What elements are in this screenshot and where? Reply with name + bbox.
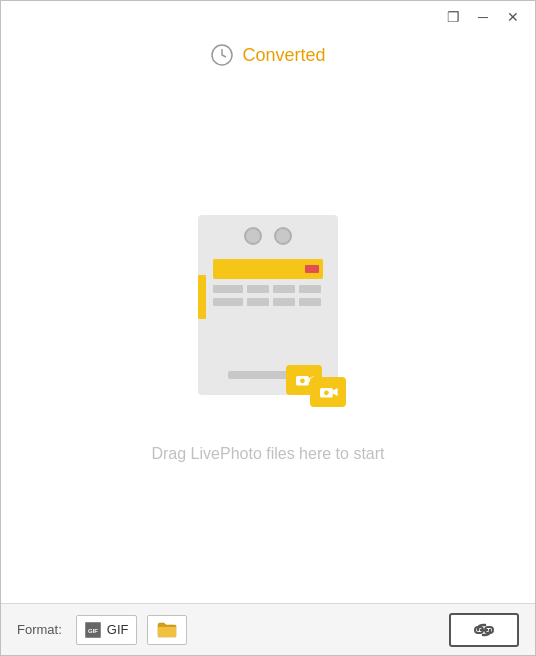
drop-text: Drag LivePhoto files here to start [151,445,384,463]
minimize-button[interactable]: ─ [469,6,497,28]
sub-block-1 [213,285,243,293]
sub-block-2 [247,285,269,293]
doc-sub-row-2 [213,298,323,306]
doc-row-highlighted [213,259,323,279]
sub-block-6 [247,298,269,306]
camera-svg-2 [318,384,338,400]
yellow-bar [198,275,206,319]
title-bar: ❐ ─ ✕ [1,1,535,33]
clock-icon [210,43,234,67]
link-icon [470,621,498,639]
convert-button[interactable] [449,613,519,647]
title-bar-controls: ❐ ─ ✕ [439,6,527,28]
doc-sub-row-1 [213,285,323,293]
doc-circle-left [244,227,262,245]
format-type-icon: GIF [85,622,101,638]
camera-icon-2 [310,377,346,407]
restore-button[interactable]: ❐ [439,6,467,28]
format-label: Format: [17,622,62,637]
folder-button[interactable] [147,615,187,645]
close-icon: ✕ [507,9,519,25]
svg-text:GIF: GIF [88,628,98,634]
doc-circle-right [274,227,292,245]
format-value: GIF [107,622,129,637]
drop-illustration [188,215,348,415]
main-content: Drag LivePhoto files here to start [1,75,535,603]
sub-block-7 [273,298,295,306]
restore-icon: ❐ [447,9,460,25]
folder-icon [157,622,177,638]
svg-point-3 [300,378,305,383]
svg-point-6 [324,390,329,395]
doc-circles [244,227,292,245]
sub-block-5 [213,298,243,306]
sub-block-8 [299,298,321,306]
row-block-1 [217,265,257,273]
header-title: Converted [242,45,325,66]
row-block-red [305,265,319,273]
footer-toolbar: Format: GIF GIF [1,603,535,655]
main-window: ❐ ─ ✕ Converted [0,0,536,656]
close-button[interactable]: ✕ [499,6,527,28]
gif-file-icon: GIF [86,623,100,637]
svg-marker-5 [333,388,338,396]
minimize-icon: ─ [478,9,488,25]
sub-block-3 [273,285,295,293]
row-block-2 [261,265,301,273]
format-input-group: GIF GIF [76,615,138,645]
sub-block-4 [299,285,321,293]
header: Converted [1,33,535,75]
